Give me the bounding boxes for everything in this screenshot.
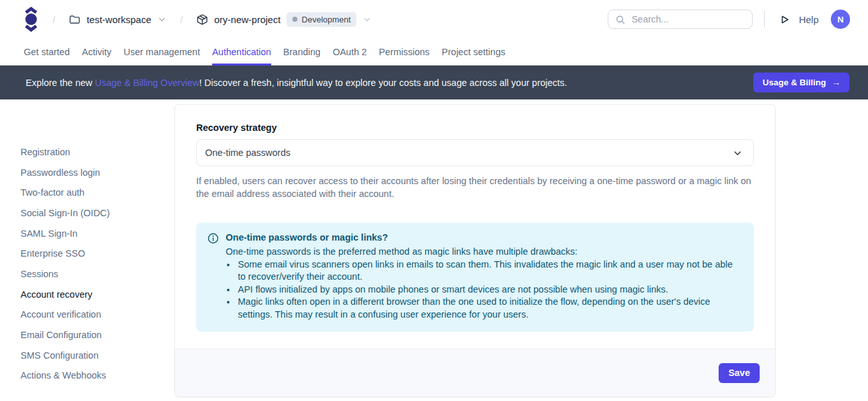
sidebar-item-passwordless-login[interactable]: Passwordless login <box>21 162 174 183</box>
project-switcher[interactable]: ory-new-project Development <box>196 12 372 27</box>
info-callout-title: One-time passwords or magic links? <box>226 232 742 243</box>
folder-icon <box>69 13 81 26</box>
sidebar-item-enterprise-sso[interactable]: Enterprise SSO <box>21 243 174 264</box>
usage-billing-button[interactable]: Usage & Billing → <box>753 73 849 92</box>
info-callout-list: Some email virus scanners open links in … <box>226 259 742 321</box>
recovery-strategy-label: Recovery strategy <box>196 123 754 133</box>
tab-activity[interactable]: Activity <box>82 38 112 65</box>
banner-text-prefix: Explore the new <box>26 78 95 88</box>
help-link[interactable]: Help <box>799 14 819 25</box>
recovery-strategy-value: One-time passwords <box>205 148 290 158</box>
sidebar-item-registration[interactable]: Registration <box>21 142 174 162</box>
settings-sidebar: Registration Passwordless login Two-fact… <box>0 99 174 401</box>
banner-message: Explore the new Usage & Billing Overview… <box>26 78 753 88</box>
sidebar-item-saml-sign-in[interactable]: SAML Sign-In <box>21 223 174 244</box>
tab-user-management[interactable]: User management <box>124 38 200 65</box>
search-box <box>608 10 753 29</box>
card-footer: Save <box>175 348 775 397</box>
info-callout-bullet: Some email virus scanners open links in … <box>237 259 742 284</box>
tab-get-started[interactable]: Get started <box>24 38 70 65</box>
arrow-right-icon: → <box>832 78 841 87</box>
sidebar-item-email-configuration[interactable]: Email Configuration <box>21 325 174 345</box>
tab-permissions[interactable]: Permissions <box>379 38 430 65</box>
workspace-name: test-workspace <box>87 14 151 25</box>
info-icon <box>208 233 219 244</box>
usage-billing-button-label: Usage & Billing <box>762 78 826 87</box>
run-button[interactable] <box>776 11 793 28</box>
project-name: ory-new-project <box>214 14 280 25</box>
chevron-down-icon <box>157 15 167 24</box>
tab-project-settings[interactable]: Project settings <box>442 38 505 65</box>
package-icon <box>196 13 208 26</box>
ory-logo[interactable] <box>23 6 39 32</box>
sidebar-item-sms-configuration[interactable]: SMS Configuration <box>21 345 174 366</box>
project-nav-tabs: Get started Activity User management Aut… <box>0 38 868 65</box>
tab-authentication[interactable]: Authentication <box>212 38 271 65</box>
breadcrumb-separator: / <box>53 14 55 25</box>
info-callout-bullet: API flows initialized by apps on mobile … <box>237 284 742 296</box>
sidebar-item-account-verification[interactable]: Account verification <box>21 305 174 325</box>
banner-text-suffix: ! Discover a fresh, insightful way to ex… <box>199 78 567 88</box>
topbar-divider <box>764 11 765 28</box>
sidebar-item-actions-webhooks[interactable]: Actions & Webhooks <box>21 366 174 386</box>
play-icon <box>778 13 790 26</box>
announcement-banner: Explore the new Usage & Billing Overview… <box>0 65 868 99</box>
breadcrumb-separator: / <box>180 14 183 25</box>
account-recovery-card: Recovery strategy One-time passwords If … <box>174 104 776 397</box>
sidebar-item-two-factor-auth[interactable]: Two-factor auth <box>21 182 174 203</box>
chevron-down-icon <box>362 15 372 24</box>
info-callout-body: One-time passwords or magic links? One-t… <box>226 232 742 321</box>
recovery-strategy-select[interactable]: One-time passwords <box>196 139 754 166</box>
chevron-down-icon <box>732 148 743 158</box>
avatar-initial: N <box>837 15 844 24</box>
avatar[interactable]: N <box>831 10 850 29</box>
save-button[interactable]: Save <box>719 363 760 383</box>
search-icon <box>615 14 625 25</box>
info-callout: One-time passwords or magic links? One-t… <box>196 223 754 332</box>
environment-dot-icon <box>292 17 297 22</box>
sidebar-item-account-recovery[interactable]: Account recovery <box>21 284 174 305</box>
topbar: / test-workspace / ory-new-project Devel… <box>0 0 868 38</box>
content-area: Registration Passwordless login Two-fact… <box>0 99 868 401</box>
info-callout-intro: One-time passwords is the preferred meth… <box>226 246 742 259</box>
recovery-description: If enabled, users can recover access to … <box>196 175 754 200</box>
workspace-switcher[interactable]: test-workspace <box>69 13 167 26</box>
environment-label: Development <box>302 15 351 24</box>
tab-oauth2[interactable]: OAuth 2 <box>333 38 367 65</box>
tab-branding[interactable]: Branding <box>283 38 321 65</box>
ory-logo-icon <box>23 6 39 32</box>
environment-badge: Development <box>287 12 357 27</box>
sidebar-item-social-sign-in[interactable]: Social Sign-In (OIDC) <box>21 203 174 223</box>
info-callout-bullet: Magic links often open in a different br… <box>237 296 742 321</box>
usage-billing-link[interactable]: Usage & Billing Overview <box>95 78 199 88</box>
search-input[interactable] <box>630 13 745 25</box>
sidebar-item-sessions[interactable]: Sessions <box>21 264 174 284</box>
